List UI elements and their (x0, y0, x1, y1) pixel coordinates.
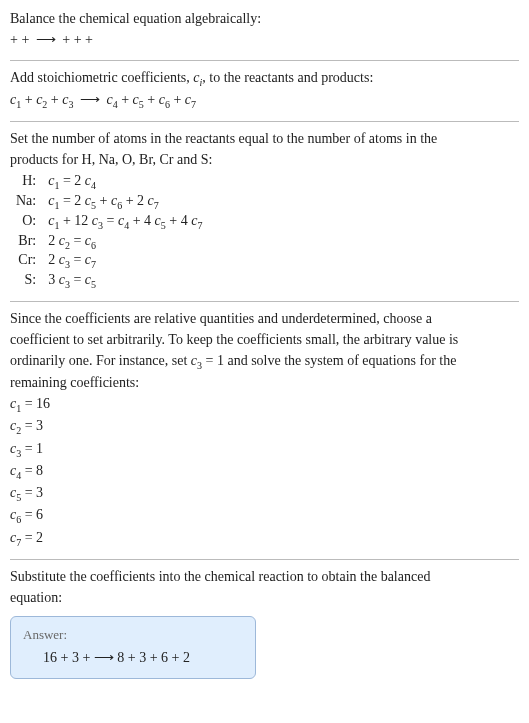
divider (10, 301, 519, 302)
step3-t4: remaining coefficients: (10, 374, 519, 393)
divider (10, 121, 519, 122)
c6s: 6 (165, 99, 170, 110)
row-label: Na: (10, 192, 42, 212)
solution-line: c6 = 6 (10, 506, 519, 526)
c1s: 1 (16, 99, 21, 110)
row-eq: c1 = 2 c4 (42, 172, 208, 192)
answer-equation: 16 + 3 + ⟶ 8 + 3 + 6 + 2 (23, 649, 243, 666)
c5s: 5 (139, 99, 144, 110)
solution-line: c2 = 3 (10, 417, 519, 437)
intro-equation: + + ⟶ + + + (10, 31, 519, 50)
plus: + (147, 92, 158, 107)
solution-line: c3 = 1 (10, 440, 519, 460)
intro-line-1: Balance the chemical equation algebraica… (10, 10, 519, 29)
row-eq: c1 + 12 c3 = c4 + 4 c5 + 4 c7 (42, 212, 208, 232)
answer-right: 8 + 3 + 6 + 2 (117, 650, 190, 665)
row-eq: 2 c2 = c6 (42, 232, 208, 252)
step4-t2: equation: (10, 589, 519, 608)
table-row: Na: c1 = 2 c5 + c6 + 2 c7 (10, 192, 208, 212)
row-eq: 2 c3 = c7 (42, 251, 208, 271)
solution-line: c7 = 2 (10, 529, 519, 549)
c4s: 4 (113, 99, 118, 110)
arrow-icon: ⟶ (77, 91, 103, 110)
arrow-icon: ⟶ (94, 650, 118, 665)
answer-header: Answer: (23, 627, 243, 643)
divider (10, 60, 519, 61)
row-label: Cr: (10, 251, 42, 271)
step1-text: Add stoichiometric coefficients, ci, to … (10, 69, 519, 89)
c2s: 2 (42, 99, 47, 110)
step3-t1: Since the coefficients are relative quan… (10, 310, 519, 329)
step2-text-1: Set the number of atoms in the reactants… (10, 130, 519, 149)
solution-list: c1 = 16c2 = 3c3 = 1c4 = 8c5 = 3c6 = 6c7 … (10, 395, 519, 549)
answer-box: Answer: 16 + 3 + ⟶ 8 + 3 + 6 + 2 (10, 616, 256, 679)
c3s: 3 (68, 99, 73, 110)
solution-line: c5 = 3 (10, 484, 519, 504)
plus: + (173, 92, 184, 107)
plus: + (51, 92, 62, 107)
document-root: Balance the chemical equation algebraica… (0, 0, 529, 691)
intro-right: + + + (62, 32, 93, 47)
c7s: 7 (191, 99, 196, 110)
table-row: Br: 2 c2 = c6 (10, 232, 208, 252)
atom-balance-table: H: c1 = 2 c4 Na: c1 = 2 c5 + c6 + 2 c7 O… (10, 172, 208, 291)
row-label: Br: (10, 232, 42, 252)
divider (10, 559, 519, 560)
intro-left: + + (10, 32, 33, 47)
row-eq: 3 c3 = c5 (42, 271, 208, 291)
arrow-icon: ⟶ (33, 31, 59, 50)
row-eq: c1 = 2 c5 + c6 + 2 c7 (42, 192, 208, 212)
plus: + (121, 92, 132, 107)
step3-t2: coefficient to set arbitrarily. To keep … (10, 331, 519, 350)
solution-line: c1 = 16 (10, 395, 519, 415)
step1-equation: c1 + c2 + c3 ⟶ c4 + c5 + c6 + c7 (10, 91, 519, 111)
solution-line: c4 = 8 (10, 462, 519, 482)
step2-text-2: products for H, Na, O, Br, Cr and S: (10, 151, 519, 170)
table-row: H: c1 = 2 c4 (10, 172, 208, 192)
row-label: O: (10, 212, 42, 232)
table-row: S: 3 c3 = c5 (10, 271, 208, 291)
row-label: S: (10, 271, 42, 291)
step1-pre: Add stoichiometric coefficients, (10, 70, 193, 85)
table-row: O: c1 + 12 c3 = c4 + 4 c5 + 4 c7 (10, 212, 208, 232)
answer-left: 16 + 3 + (43, 650, 94, 665)
row-label: H: (10, 172, 42, 192)
table-row: Cr: 2 c3 = c7 (10, 251, 208, 271)
plus: + (25, 92, 36, 107)
step3-t3: ordinarily one. For instance, set c3 = 1… (10, 352, 519, 372)
step1-post: , to the reactants and products: (202, 70, 373, 85)
step4-t1: Substitute the coefficients into the che… (10, 568, 519, 587)
